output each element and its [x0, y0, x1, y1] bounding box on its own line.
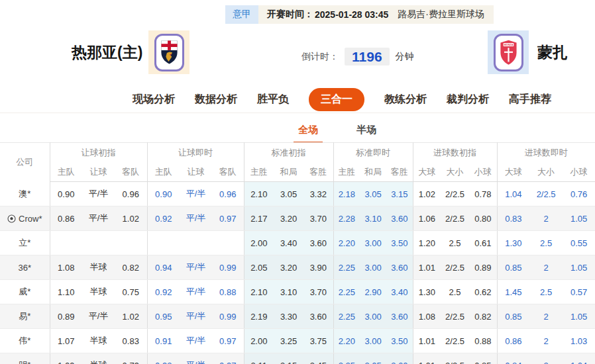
sub-tab-full-match[interactable]: 全场 [294, 124, 323, 144]
odds-cell-handicap-live: 平/半 [180, 182, 212, 206]
odds-cell-standard-live: 2.25 [333, 255, 360, 280]
odds-cell-handicap-initial [115, 231, 147, 255]
odds-cell-handicap-initial: 0.96 [115, 182, 147, 206]
col-header-standard-live-0: 主胜 [333, 162, 360, 182]
nav-tab-win-draw-lose[interactable]: 胜平负 [257, 88, 289, 111]
company-cell[interactable]: 立* [0, 231, 50, 255]
venue-name: 路易吉·费拉里斯球场 [398, 9, 484, 21]
odds-cell-standard-initial: 3.30 [274, 304, 303, 329]
col-header-standard-initial-0: 主胜 [244, 162, 274, 182]
nav-tabs: 现场分析数据分析胜平负三合一教练分析裁判分析高手推荐 [133, 88, 551, 111]
company-cell[interactable]: 伟* [0, 329, 50, 353]
odds-cell-handicap-initial: 1.07 [50, 329, 82, 353]
odds-cell-standard-live: 3.00 [360, 304, 386, 329]
nav-tab-coach-analysis[interactable]: 教练分析 [384, 88, 427, 111]
odds-cell-handicap-live: 0.93 [147, 353, 180, 364]
nav-tab-live-analysis[interactable]: 现场分析 [133, 88, 175, 111]
col-header-goals-initial-0: 大球 [413, 162, 441, 182]
col-header-standard-live-1: 和局 [360, 162, 386, 182]
odds-cell-handicap-initial: 0.89 [50, 304, 82, 329]
nav-tab-data-analysis[interactable]: 数据分析 [195, 88, 237, 111]
odds-cell-goals-initial: 1.01 [413, 353, 441, 364]
odds-cell-goals-live: 1.05 [563, 304, 595, 329]
odds-cell-goals-initial: 2/2.5 [441, 304, 469, 329]
odds-cell-standard-initial: 3.70 [303, 206, 333, 231]
countdown-value: 1196 [345, 48, 390, 66]
odds-cell-handicap-live: 平/半 [180, 280, 212, 304]
company-name: 威* [19, 287, 30, 296]
odds-cell-standard-live: 2.25 [333, 304, 360, 329]
nav-tab-three-in-one[interactable]: 三合一 [309, 88, 364, 111]
home-team: 热那亚(主) [72, 30, 189, 74]
odds-cell-goals-live: 2 [529, 329, 563, 353]
odds-cell-goals-live: 0.57 [563, 280, 595, 304]
company-name: 伟* [19, 336, 30, 345]
odds-cell-handicap-live: 0.94 [147, 255, 180, 280]
company-cell[interactable]: 威* [0, 280, 50, 304]
league-badge[interactable]: 意甲 [225, 5, 258, 24]
col-header-goals-live-1: 大小 [529, 162, 563, 182]
company-cell[interactable]: 36* [0, 255, 50, 280]
company-name: 立* [19, 238, 30, 248]
odds-cell-goals-live: 1.45 [497, 280, 529, 304]
odds-cell-handicap-live: 0.97 [212, 206, 244, 231]
odds-cell-handicap-initial: 1.08 [50, 255, 82, 280]
odds-cell-standard-live: 3.00 [360, 329, 386, 353]
odds-cell-standard-live: 2.18 [333, 182, 360, 206]
odds-cell-handicap-initial: 1.10 [50, 280, 82, 304]
group-header-goals-initial: 进球数初指 [413, 143, 497, 163]
odds-cell-handicap-live: 0.97 [212, 329, 244, 353]
odds-cell-goals-initial: 0.78 [469, 182, 497, 206]
company-cell[interactable]: 澳* [0, 182, 50, 206]
company-cell[interactable]: 易* [0, 304, 50, 329]
odds-row: 澳*0.90平/半0.960.90平/半0.962.103.053.322.18… [0, 182, 595, 206]
odds-cell-goals-initial: 0.88 [469, 329, 497, 353]
odds-cell-standard-initial: 3.15 [274, 353, 303, 364]
odds-cell-standard-live: 3.15 [386, 182, 413, 206]
odds-cell-standard-initial: 2.19 [244, 304, 274, 329]
odds-cell-handicap-live: 平/半 [180, 353, 212, 364]
odds-cell-standard-initial: 2.05 [244, 255, 274, 280]
odds-cell-handicap-live: 0.88 [212, 280, 244, 304]
group-header-handicap-initial: 让球初指 [50, 143, 147, 163]
away-team-name: 蒙扎 [537, 42, 568, 63]
odds-cell-goals-live: 1.04 [563, 353, 595, 364]
odds-cell-goals-initial: 1.02 [413, 182, 441, 206]
odds-cell-handicap-live: 0.99 [212, 255, 244, 280]
odds-cell-goals-initial: 2.5 [441, 231, 469, 255]
odds-cell-handicap-initial [50, 231, 82, 255]
odds-cell-standard-initial: 3.05 [274, 182, 303, 206]
odds-row: 威*1.10半球0.750.92平/半0.882.103.103.702.252… [0, 280, 595, 304]
col-header-goals-live-2: 小球 [563, 162, 595, 182]
odds-cell-standard-initial: 3.45 [303, 353, 333, 364]
company-cell[interactable]: Crow* [0, 206, 50, 231]
odds-cell-goals-initial: 0.82 [469, 304, 497, 329]
odds-cell-goals-initial: 2/2.5 [441, 206, 469, 231]
odds-cell-handicap-live: 平/半 [180, 304, 212, 329]
odds-cell-standard-initial: 2.10 [244, 280, 274, 304]
odds-cell-standard-live: 3.60 [386, 255, 413, 280]
col-header-goals-live-0: 大球 [497, 162, 529, 182]
company-name: Crow* [19, 214, 42, 224]
svg-text:MONZA: MONZA [504, 43, 513, 46]
company-name: 澳* [19, 189, 30, 199]
odds-cell-goals-initial: 0.80 [469, 206, 497, 231]
odds-cell-standard-live: 3.40 [386, 280, 413, 304]
odds-cell-handicap-initial: 平/半 [82, 304, 115, 329]
odds-cell-handicap-live: 0.90 [147, 182, 180, 206]
nav-tab-expert-picks[interactable]: 高手推荐 [509, 88, 551, 111]
odds-cell-goals-live: 1.05 [563, 255, 595, 280]
nav-tab-referee-analysis[interactable]: 裁判分析 [447, 88, 489, 111]
odds-cell-handicap-live: 平/半 [180, 206, 212, 231]
odds-cell-goals-initial: 2/2.5 [441, 329, 469, 353]
odds-cell-standard-initial: 3.10 [274, 280, 303, 304]
odds-cell-handicap-live [180, 231, 212, 255]
sub-tab-half-match[interactable]: 半场 [352, 124, 381, 144]
odds-cell-standard-live: 3.60 [386, 304, 413, 329]
group-header-handicap-live: 让球即时 [147, 143, 244, 163]
odds-cell-handicap-live: 平/半 [180, 255, 212, 280]
company-cell[interactable]: 明* [0, 353, 50, 364]
odds-cell-handicap-initial: 半球 [82, 353, 115, 364]
odds-cell-goals-live: 1.30 [497, 231, 529, 255]
nav-separator [0, 113, 595, 113]
